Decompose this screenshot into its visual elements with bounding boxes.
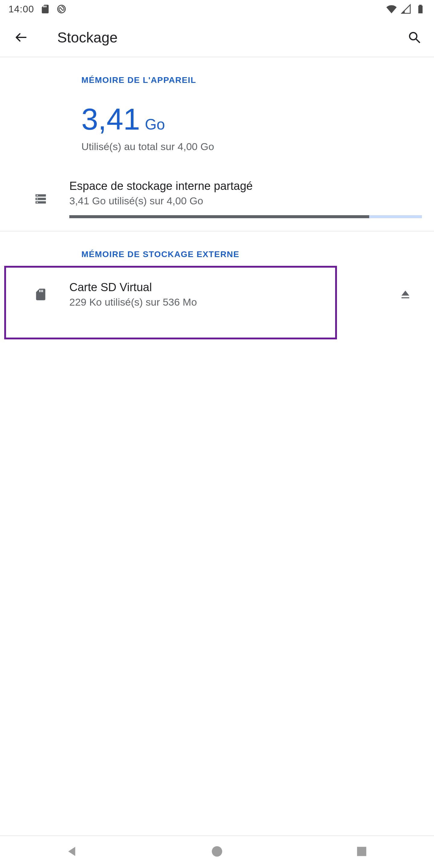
internal-storage-item[interactable]: Espace de stockage interne partagé 3,41 … xyxy=(0,170,434,224)
battery-status-icon xyxy=(415,4,426,14)
sd-card-sub: 229 Ko utilisé(s) sur 536 Mo xyxy=(69,296,389,308)
no-sync-status-icon xyxy=(56,4,67,14)
eject-button[interactable] xyxy=(389,278,422,311)
navigation-bar xyxy=(0,835,434,868)
nav-recent-button[interactable] xyxy=(355,844,369,860)
search-icon xyxy=(407,30,422,44)
sd-card-item[interactable]: Carte SD Virtual 229 Ko utilisé(s) sur 5… xyxy=(0,267,434,322)
cellular-status-icon xyxy=(401,4,411,14)
svg-rect-6 xyxy=(37,202,38,203)
section-header-device: MÉMOIRE DE L'APPAREIL xyxy=(0,57,434,93)
back-button[interactable] xyxy=(9,25,33,50)
sd-card-icon xyxy=(34,287,48,301)
eject-icon xyxy=(399,288,412,301)
internal-storage-title: Espace de stockage interne partagé xyxy=(69,180,422,193)
search-button[interactable] xyxy=(404,27,425,48)
svg-point-0 xyxy=(410,33,417,40)
sd-card-status-icon xyxy=(40,4,50,14)
wifi-status-icon xyxy=(386,4,397,14)
internal-storage-progress xyxy=(69,215,422,218)
device-used-subtitle: Utilisé(s) au total sur 4,00 Go xyxy=(82,141,416,153)
status-time: 14:00 xyxy=(8,4,34,15)
device-used-value: 3,41 xyxy=(82,102,140,136)
arrow-left-icon xyxy=(14,30,28,44)
nav-home-button[interactable] xyxy=(210,844,224,860)
sd-card-title: Carte SD Virtual xyxy=(69,281,389,294)
device-used-unit: Go xyxy=(145,116,165,133)
svg-rect-4 xyxy=(37,195,38,196)
nav-back-button[interactable] xyxy=(65,844,79,860)
svg-rect-5 xyxy=(37,198,38,199)
circle-home-icon xyxy=(210,844,224,858)
app-bar: Stockage xyxy=(0,18,434,57)
page-title: Stockage xyxy=(57,29,404,46)
status-bar: 14:00 xyxy=(0,0,434,18)
device-storage-summary: 3,41 Go Utilisé(s) au total sur 4,00 Go xyxy=(0,93,434,170)
svg-rect-8 xyxy=(357,847,367,856)
section-header-external: MÉMOIRE DE STOCKAGE EXTERNE xyxy=(0,231,434,267)
svg-point-7 xyxy=(212,846,222,857)
internal-storage-sub: 3,41 Go utilisé(s) sur 4,00 Go xyxy=(69,195,422,207)
triangle-back-icon xyxy=(65,844,79,858)
square-recent-icon xyxy=(355,844,369,858)
storage-icon xyxy=(34,192,48,206)
